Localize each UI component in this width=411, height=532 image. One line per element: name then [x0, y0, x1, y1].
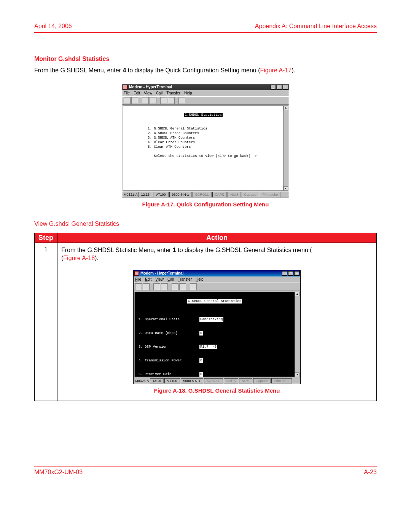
- status-time: 12:15: [139, 192, 153, 197]
- properties-icon[interactable]: [190, 283, 197, 290]
- intro-paragraph: From the G.SHDSL Menu, enter 4 to displa…: [34, 66, 377, 75]
- scroll-down-icon[interactable]: ▼: [295, 372, 299, 377]
- col-action: Action: [57, 233, 377, 243]
- app-icon: [123, 85, 127, 89]
- titlebar: Modem - HyperTerminal _ □ ×: [134, 270, 300, 276]
- step-action: From the G.SHDSL Statistic Menu, enter 1…: [57, 243, 377, 401]
- window-title: Modem - HyperTerminal: [140, 271, 183, 275]
- close-button[interactable]: ×: [294, 271, 299, 276]
- close-button[interactable]: ×: [283, 85, 288, 89]
- footer-docid: MM70xG2-UM-03: [34, 469, 83, 476]
- menu-call[interactable]: Call: [156, 91, 162, 95]
- status-term: VT100: [164, 378, 180, 383]
- status-time: 13:16: [150, 378, 164, 383]
- status-caps: CAPS: [212, 192, 227, 197]
- menu-view[interactable]: View: [144, 91, 152, 95]
- scroll-up-icon[interactable]: ▲: [295, 292, 299, 296]
- header-rule: [34, 32, 377, 33]
- menubar: File Edit View Call Transfer Help: [134, 276, 300, 283]
- menu-item-5: 5. Clear ATM Counters: [148, 145, 191, 149]
- steps-table: Step Action 1 From the G.SHDSL Statistic…: [34, 233, 377, 401]
- menu-item-2: 2. G.SHDSL Error Counters: [148, 131, 199, 135]
- status-term: VT100: [153, 192, 169, 197]
- terminal-title: G.SHDSL Statistics: [184, 113, 222, 117]
- page: April 14, 2006 Appendix A: Command Line …: [0, 0, 411, 532]
- table-header-row: Step Action: [35, 233, 377, 243]
- figure-a17: Modem - HyperTerminal _ □ × File Edit Vi…: [34, 84, 377, 208]
- menubar: File Edit View Call Transfer Help: [122, 90, 289, 96]
- menu-edit[interactable]: Edit: [134, 91, 140, 95]
- menu-transfer[interactable]: Transfer: [166, 91, 180, 95]
- window-title: Modem - HyperTerminal: [129, 85, 172, 89]
- new-icon[interactable]: [124, 97, 131, 104]
- disconnect-icon[interactable]: [150, 97, 156, 104]
- menu-file[interactable]: File: [124, 91, 130, 95]
- header-appendix: Appendix A: Command Line Interface Acces…: [255, 23, 377, 30]
- status-id: M0321-A: [124, 193, 138, 197]
- titlebar: Modem - HyperTerminal _ □ ×: [122, 84, 289, 90]
- disconnect-icon[interactable]: [161, 283, 168, 290]
- status-scroll: SCROLL: [204, 378, 223, 383]
- maximize-button[interactable]: □: [288, 271, 293, 276]
- status-caps: CAPS: [224, 378, 239, 383]
- subsection-heading: View G.shdsl General Statistics: [34, 220, 377, 227]
- menu-help[interactable]: Help: [196, 277, 204, 281]
- connect-icon[interactable]: [153, 283, 160, 290]
- header-date: April 14, 2006: [34, 23, 72, 30]
- menu-help[interactable]: Help: [184, 91, 192, 95]
- page-footer: MM70xG2-UM-03 A-23: [34, 469, 377, 476]
- col-step: Step: [35, 233, 57, 243]
- page-header: April 14, 2006 Appendix A: Command Line …: [34, 23, 377, 30]
- menu-item-4: 4. Clear Error Counters: [148, 141, 195, 144]
- footer-pagenum: A-23: [364, 469, 377, 476]
- status-print: Print echo: [271, 378, 292, 383]
- terminal-area[interactable]: G.SHDSL Statistics 1. G.SHDSL General St…: [123, 105, 284, 191]
- terminal-prompt: Select the statistics to view (<CR> to g…: [154, 154, 256, 158]
- receive-icon[interactable]: [179, 283, 186, 290]
- send-icon[interactable]: [172, 283, 178, 290]
- terminal-title: G.SHDSL General Statistics: [187, 299, 242, 304]
- terminal-area[interactable]: G.SHDSL General Statistics 1. Operationa…: [134, 292, 295, 377]
- menu-item-3: 3. G.SHDSL ATM Counters: [148, 136, 195, 140]
- step-number: 1: [35, 243, 57, 401]
- figure-a17-ref[interactable]: Figure A-17: [260, 67, 292, 73]
- scroll-up-icon[interactable]: ▲: [284, 105, 288, 110]
- properties-icon[interactable]: [178, 97, 185, 104]
- minimize-button[interactable]: _: [282, 271, 287, 276]
- table-row: 1 From the G.SHDSL Statistic Menu, enter…: [35, 243, 377, 401]
- status-port: 9600 8-N-1: [169, 192, 192, 197]
- receive-icon[interactable]: [168, 97, 175, 104]
- menu-view[interactable]: View: [155, 277, 164, 281]
- figure-a17-caption: Figure A-17. Quick Configuration Setting…: [142, 201, 269, 208]
- status-capture: Capture: [253, 378, 271, 383]
- hyperterminal-b-window: Modem - HyperTerminal _ □ × File Edit Vi…: [133, 270, 301, 384]
- menu-transfer[interactable]: Transfer: [178, 277, 192, 281]
- status-print: Print echo: [260, 192, 281, 197]
- statusbar: M0323-A 13:16 VT100 9600 8-N-1 SCROLL CA…: [134, 378, 300, 384]
- scrollbar[interactable]: ▲ ▼: [295, 292, 299, 377]
- connect-icon[interactable]: [142, 97, 149, 104]
- open-icon[interactable]: [143, 283, 150, 290]
- figure-a18-ref[interactable]: Figure A-18: [63, 255, 95, 261]
- status-scroll: SCROLL: [193, 192, 212, 197]
- menu-file[interactable]: File: [135, 277, 141, 281]
- hyperterminal-a-window: Modem - HyperTerminal _ □ × File Edit Vi…: [122, 84, 289, 198]
- minimize-button[interactable]: _: [271, 85, 276, 89]
- menu-call[interactable]: Call: [167, 277, 174, 281]
- status-capture: Capture: [242, 192, 259, 197]
- footer-rule: [34, 466, 377, 466]
- scroll-down-icon[interactable]: ▼: [284, 186, 288, 191]
- new-icon[interactable]: [135, 283, 142, 290]
- send-icon[interactable]: [160, 97, 167, 104]
- maximize-button[interactable]: □: [277, 85, 282, 89]
- open-icon[interactable]: [131, 97, 138, 104]
- status-num: NUM: [228, 192, 241, 197]
- status-port: 9600 8-N-1: [181, 378, 203, 383]
- status-num: NUM: [239, 378, 252, 383]
- toolbar: [122, 96, 289, 105]
- toolbar: [134, 283, 300, 291]
- scrollbar[interactable]: ▲ ▼: [284, 105, 288, 191]
- app-icon: [134, 271, 139, 276]
- section-heading: Monitor G.shdsl Statistics: [34, 56, 377, 62]
- menu-edit[interactable]: Edit: [145, 277, 151, 281]
